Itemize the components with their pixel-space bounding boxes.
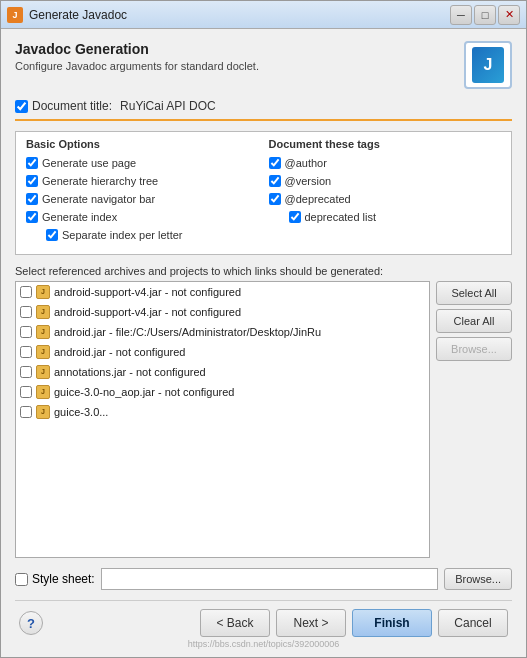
list-item: J guice-3.0-no_aop.jar - not configured [16,382,429,402]
minimize-button[interactable]: ─ [450,5,472,25]
reference-label: Select referenced archives and projects … [15,265,512,277]
title-bar: J Generate Javadoc ─ □ ✕ [1,1,526,29]
help-button[interactable]: ? [19,611,43,635]
list-item: J guice-3.0... [16,402,429,422]
option-generate-index: Generate index [26,208,259,226]
document-tags-label: Document these tags [269,138,502,150]
footer: ? < Back Next > Finish Cancel [15,609,512,637]
logo-icon: J [472,47,504,83]
watermark: https://bbs.csdn.net/topics/392000006 [15,637,512,649]
footer-buttons: < Back Next > Finish Cancel [200,609,508,637]
document-title-input[interactable] [120,99,512,113]
footer-left: ? [19,611,43,635]
finish-button[interactable]: Finish [352,609,432,637]
tag-deprecated-list: deprecated list [269,208,502,226]
option-use-page: Generate use page [26,154,259,172]
ref-checkbox-4[interactable] [20,366,32,378]
side-buttons: Select All Clear All Browse... [436,281,512,558]
main-window: J Generate Javadoc ─ □ ✕ Javadoc Generat… [0,0,527,658]
content-area: Javadoc Generation Configure Javadoc arg… [1,29,526,657]
close-button[interactable]: ✕ [498,5,520,25]
next-button[interactable]: Next > [276,609,346,637]
stylesheet-checkbox[interactable] [15,573,28,586]
list-item: J android-support-v4.jar - not configure… [16,282,429,302]
ref-checkbox-1[interactable] [20,306,32,318]
browse-archives-button[interactable]: Browse... [436,337,512,361]
header-section: Javadoc Generation Configure Javadoc arg… [15,41,512,89]
list-item: J android.jar - file:/C:/Users/Administr… [16,322,429,342]
stylesheet-label[interactable]: Style sheet: [15,572,95,586]
document-tags-section: Document these tags @author @version @de… [269,138,502,244]
header-text: Javadoc Generation Configure Javadoc arg… [15,41,464,72]
cancel-button[interactable]: Cancel [438,609,508,637]
document-title-row: Document title: [15,99,512,121]
document-title-checkbox[interactable] [15,100,28,113]
list-item: J annotations.jar - not configured [16,362,429,382]
option-hierarchy-tree: Generate hierarchy tree [26,172,259,190]
options-panel: Basic Options Generate use page Generate… [15,131,512,255]
ref-checkbox-0[interactable] [20,286,32,298]
options-grid: Basic Options Generate use page Generate… [26,138,501,244]
jar-icon: J [36,385,50,399]
reference-list[interactable]: J android-support-v4.jar - not configure… [15,281,430,558]
jar-icon: J [36,305,50,319]
jar-icon: J [36,285,50,299]
option-separate-index: Separate index per letter [26,226,259,244]
jar-icon: J [36,405,50,419]
back-button[interactable]: < Back [200,609,270,637]
stylesheet-row: Style sheet: Browse... [15,568,512,590]
ref-checkbox-2[interactable] [20,326,32,338]
window-icon: J [7,7,23,23]
select-all-button[interactable]: Select All [436,281,512,305]
ref-checkbox-6[interactable] [20,406,32,418]
footer-divider [15,600,512,601]
reference-area: J android-support-v4.jar - not configure… [15,281,512,558]
page-title: Javadoc Generation [15,41,464,57]
stylesheet-input[interactable] [101,568,438,590]
option-navigator-bar: Generate navigator bar [26,190,259,208]
basic-options-label: Basic Options [26,138,259,150]
tag-version: @version [269,172,502,190]
ref-checkbox-5[interactable] [20,386,32,398]
clear-all-button[interactable]: Clear All [436,309,512,333]
tag-author: @author [269,154,502,172]
page-subtitle: Configure Javadoc arguments for standard… [15,60,464,72]
basic-options-section: Basic Options Generate use page Generate… [26,138,259,244]
jar-icon: J [36,345,50,359]
window-title: Generate Javadoc [29,8,450,22]
browse-stylesheet-button[interactable]: Browse... [444,568,512,590]
tag-deprecated: @deprecated [269,190,502,208]
list-item: J android.jar - not configured [16,342,429,362]
javadoc-logo: J [464,41,512,89]
list-item: J android-support-v4.jar - not configure… [16,302,429,322]
document-title-label[interactable]: Document title: [15,99,112,113]
jar-icon: J [36,325,50,339]
window-controls: ─ □ ✕ [450,5,520,25]
maximize-button[interactable]: □ [474,5,496,25]
jar-icon: J [36,365,50,379]
ref-checkbox-3[interactable] [20,346,32,358]
